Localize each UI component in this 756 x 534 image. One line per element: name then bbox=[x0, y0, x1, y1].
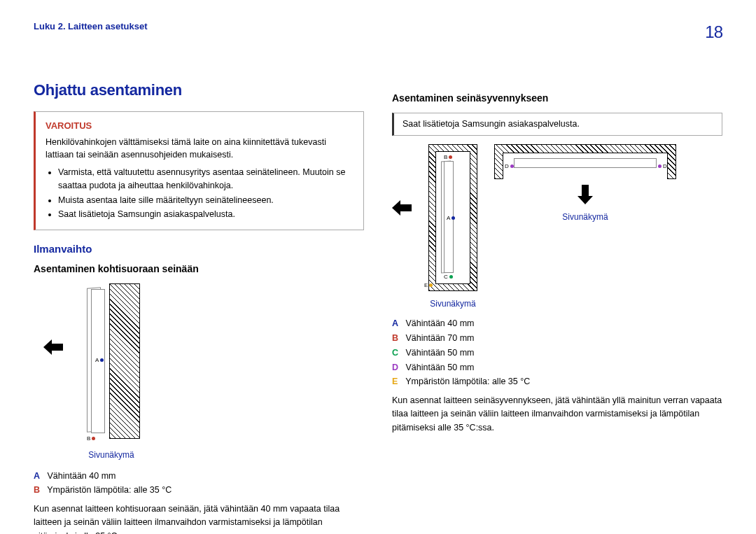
marker-a: A bbox=[447, 214, 455, 223]
recess-paragraph: Kun asennat laitteen seinäsyvennykseen, … bbox=[392, 394, 722, 435]
legend-item: B Ympäristön lämpötila: alle 35 °C bbox=[34, 484, 364, 497]
chapter-title: Luku 2. Laitteen asetukset bbox=[34, 20, 148, 34]
section-title: Ohjattu asentaminen bbox=[34, 78, 364, 101]
marker-b: B bbox=[444, 153, 452, 162]
warning-bullet: Muista asentaa laite sille määriteltyyn … bbox=[58, 194, 354, 207]
perpendicular-diagram: A B bbox=[70, 283, 154, 444]
sideview-caption: Sivunäkymä bbox=[428, 297, 477, 310]
marker-a: A bbox=[95, 356, 104, 365]
legend-item: C Vähintään 50 mm bbox=[392, 346, 722, 360]
warning-box: VAROITUS Henkilövahinkojen välttämiseksi… bbox=[34, 111, 364, 230]
marker-d: D bbox=[505, 162, 514, 171]
warning-label: VAROITUS bbox=[46, 119, 354, 133]
warning-bullet: Saat lisätietoja Samsungin asiakaspalvel… bbox=[58, 208, 354, 221]
page-number: 18 bbox=[705, 20, 722, 45]
recess-top-diagram: D D bbox=[494, 144, 676, 179]
arrow-left-icon bbox=[43, 339, 63, 355]
sideview-caption: Sivunäkymä bbox=[52, 449, 171, 461]
warning-list: Varmista, että valtuutettu asennusyritys… bbox=[46, 166, 354, 221]
legend-item: D Vähintään 50 mm bbox=[392, 361, 722, 374]
right-column: Asentaminen seinäsyvennykseen Saat lisät… bbox=[392, 50, 722, 534]
marker-e: E bbox=[424, 281, 433, 290]
legend-item: E Ympäristön lämpötila: alle 35 °C bbox=[392, 375, 722, 388]
legend-recess: A Vähintään 40 mm B Vähintään 70 mm C Vä… bbox=[392, 317, 722, 388]
legend-item: A Vähintään 40 mm bbox=[392, 317, 722, 330]
marker-c: C bbox=[444, 273, 453, 281]
legend-item: A Vähintään 40 mm bbox=[34, 470, 364, 483]
ventilation-heading: Ilmanvaihto bbox=[34, 241, 364, 258]
perpendicular-heading: Asentaminen kohtisuoraan seinään bbox=[34, 262, 364, 276]
perpendicular-paragraph: Kun asennat laitteen kohtisuoraan seinää… bbox=[34, 503, 364, 534]
recess-heading: Asentaminen seinäsyvennykseen bbox=[392, 91, 722, 106]
sideview-caption: Sivunäkymä bbox=[562, 211, 608, 223]
left-column: Ohjattu asentaminen VAROITUS Henkilövahi… bbox=[34, 50, 364, 534]
legend-item: B Vähintään 70 mm bbox=[392, 332, 722, 345]
marker-b: B bbox=[87, 435, 95, 443]
recess-side-diagram: B A C E bbox=[428, 144, 477, 291]
legend-perpendicular: A Vähintään 40 mm B Ympäristön lämpötila… bbox=[34, 470, 364, 498]
warning-bullet: Varmista, että valtuutettu asennusyritys… bbox=[58, 166, 354, 192]
arrow-down-icon bbox=[578, 185, 593, 204]
warning-body: Henkilövahinkojen välttämiseksi tämä lai… bbox=[46, 136, 354, 162]
info-box: Saat lisätietoja Samsungin asiakaspalvel… bbox=[392, 113, 722, 136]
marker-d: D bbox=[658, 162, 667, 171]
arrow-left-icon bbox=[392, 200, 412, 216]
